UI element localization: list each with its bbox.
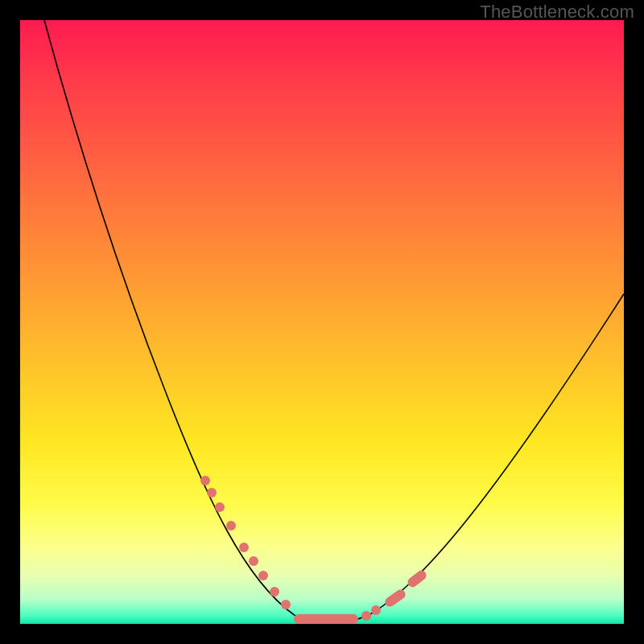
svg-point-2 <box>215 502 225 512</box>
svg-point-6 <box>258 571 268 580</box>
svg-point-8 <box>281 600 291 609</box>
svg-rect-12 <box>383 588 407 609</box>
bottleneck-curve <box>44 20 624 623</box>
svg-point-1 <box>207 488 217 497</box>
svg-point-4 <box>239 543 249 552</box>
svg-point-5 <box>249 556 258 566</box>
curve-svg <box>20 20 624 624</box>
chart-frame: TheBottleneck.com <box>0 0 644 644</box>
svg-point-3 <box>226 521 236 530</box>
svg-rect-9 <box>294 614 358 624</box>
curve-markers <box>200 476 428 624</box>
svg-point-0 <box>200 476 210 485</box>
svg-point-11 <box>371 605 381 615</box>
plot-area <box>20 20 624 624</box>
svg-point-7 <box>270 587 279 597</box>
svg-rect-13 <box>406 568 428 588</box>
watermark-label: TheBottleneck.com <box>480 2 634 23</box>
svg-point-10 <box>361 611 371 621</box>
